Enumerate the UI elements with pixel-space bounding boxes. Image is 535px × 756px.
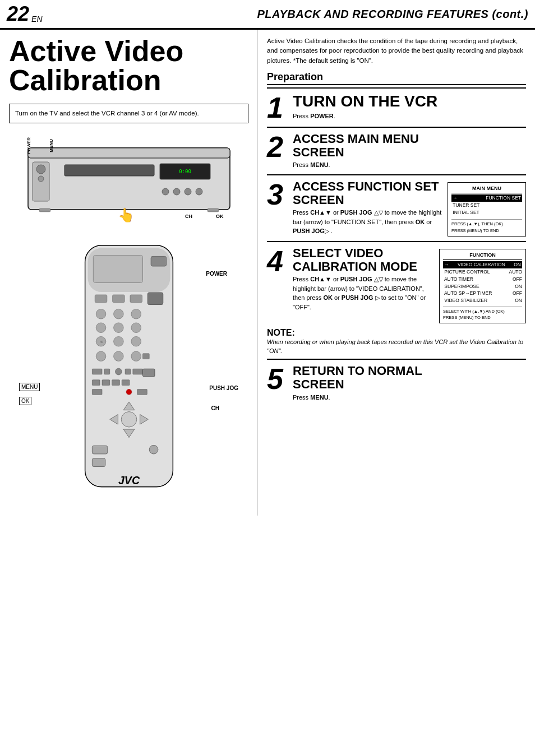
svg-rect-23	[95, 295, 107, 303]
svg-rect-26	[147, 293, 163, 305]
step-5-number: 5	[267, 364, 287, 393]
note-title: NOTE:	[267, 328, 526, 338]
svg-rect-25	[130, 295, 142, 303]
step-5-title-line2: SCREEN	[293, 378, 526, 391]
svg-point-30	[96, 323, 106, 333]
svg-point-35	[131, 337, 141, 347]
step-3-header	[267, 174, 526, 178]
menu-footer-4: SELECT WITH (▲,▼) AND (OK)PRESS (MENU) T…	[443, 307, 522, 321]
svg-point-37	[96, 351, 106, 361]
svg-rect-60	[92, 458, 105, 467]
menu-item-auto-timer: AUTO TIMEROFF	[443, 276, 522, 283]
step-3-menu: MAIN MENU FUNCTION SET TUNER SET INITIAL…	[448, 182, 526, 236]
section-title: Active Video Calibration	[9, 36, 248, 95]
svg-rect-51	[92, 389, 102, 395]
step-2-row: 2 ACCESS MAIN MENU SCREEN Press MENU.	[267, 132, 526, 170]
menu-title-4: FUNCTION	[443, 252, 522, 261]
menu-item-picture: PICTURE CONTROLAUTO	[443, 268, 522, 276]
ch-label: CH	[211, 405, 219, 411]
step-4: 4 FUNCTION VIDEO CALIBRATIONON PICTURE C…	[267, 241, 526, 324]
vcr-illustration: 0:00 POWER MENU 👆 CH OK	[9, 131, 248, 232]
step-3-row: 3 MAIN MENU FUNCTION SET TUNER SET INITI…	[267, 180, 526, 236]
push-jog-label: PUSH JOG	[209, 385, 238, 391]
svg-point-3	[36, 165, 45, 174]
svg-rect-24	[112, 295, 124, 303]
step-1: 1 TURN ON THE VCR Press POWER.	[267, 87, 526, 122]
svg-rect-49	[112, 380, 119, 386]
svg-point-58	[121, 412, 136, 427]
note-text: When recording or when playing back tape…	[267, 338, 526, 355]
svg-point-61	[149, 446, 158, 454]
svg-rect-45	[132, 369, 142, 374]
step-5-row: 5 RETURN TO NORMAL SCREEN Press MENU.	[267, 364, 526, 402]
step-2-content: ACCESS MAIN MENU SCREEN Press MENU.	[293, 132, 526, 170]
svg-rect-22	[93, 256, 142, 283]
svg-text:👆: 👆	[118, 207, 135, 223]
step-1-title: TURN ON THE VCR	[293, 93, 526, 110]
step-3-content: MAIN MENU FUNCTION SET TUNER SET INITIAL…	[293, 180, 526, 236]
svg-rect-48	[102, 380, 110, 386]
intro-text: Active Video Calibration checks the cond…	[267, 36, 526, 66]
svg-rect-41	[92, 369, 102, 374]
menu-item-function-set: FUNCTION SET	[451, 194, 522, 202]
menu-item-video-stab: VIDEO STABILIZERON	[443, 297, 522, 304]
svg-rect-47	[92, 380, 100, 386]
svg-point-11	[196, 188, 202, 195]
step-2-title-line2: SCREEN	[293, 146, 526, 159]
right-column: Active Video Calibration checks the cond…	[258, 30, 535, 516]
svg-point-10	[185, 188, 191, 195]
svg-text:CH: CH	[185, 214, 192, 219]
svg-rect-40	[142, 354, 149, 359]
menu-footer-3: PRESS (▲,▼), THEN (OK)PRESS (MENU) TO EN…	[451, 219, 522, 234]
svg-point-29	[131, 309, 141, 319]
step-1-header	[267, 87, 526, 91]
menu-item-auto-sp: AUTO SP→EP TIMEROFF	[443, 290, 522, 297]
svg-point-32	[131, 323, 141, 333]
svg-text:POWER: POWER	[26, 137, 31, 154]
menu-title-3: MAIN MENU	[451, 185, 522, 194]
step-4-content: FUNCTION VIDEO CALIBRATIONON PICTURE CON…	[293, 247, 526, 324]
svg-text:0:00: 0:00	[179, 169, 191, 174]
step-3-number: 3	[267, 180, 287, 209]
svg-rect-18	[207, 208, 219, 212]
main-content: Active Video Calibration Turn on the TV …	[0, 30, 535, 516]
step-2-header	[267, 127, 526, 130]
svg-point-34	[113, 337, 123, 347]
remote-svg: m	[39, 240, 219, 509]
svg-rect-44	[125, 369, 131, 374]
menu-item-superimpose: SUPERIMPOSEON	[443, 283, 522, 290]
page-header: 22 EN PLAYBACK AND RECORDING FEATURES (c…	[0, 0, 535, 30]
step-4-menu: FUNCTION VIDEO CALIBRATIONON PICTURE CON…	[439, 249, 526, 324]
note-section: NOTE: When recording or when playing bac…	[267, 328, 526, 355]
step-5-content: RETURN TO NORMAL SCREEN Press MENU.	[293, 364, 526, 402]
svg-point-9	[173, 188, 180, 195]
svg-point-27	[96, 309, 106, 319]
menu-item-initial-set: INITIAL SET	[451, 209, 522, 216]
step-1-content: TURN ON THE VCR Press POWER.	[293, 93, 526, 120]
step-5-title-line1: RETURN TO NORMAL	[293, 364, 526, 378]
svg-rect-5	[64, 165, 154, 176]
svg-rect-21	[151, 257, 166, 267]
step-4-row: 4 FUNCTION VIDEO CALIBRATIONON PICTURE C…	[267, 247, 526, 324]
power-label: POWER	[206, 271, 227, 277]
info-box: Turn on the TV and select the VCR channe…	[9, 104, 248, 123]
language-label: EN	[31, 15, 42, 24]
step-2-number: 2	[267, 132, 287, 161]
svg-rect-1	[28, 148, 230, 158]
left-column: Active Video Calibration Turn on the TV …	[0, 30, 258, 516]
svg-rect-46	[142, 369, 155, 377]
step-1-desc: Press POWER.	[293, 112, 526, 121]
svg-rect-53	[137, 389, 147, 395]
svg-point-38	[113, 351, 123, 361]
step-2-desc: Press MENU.	[293, 160, 526, 170]
svg-text:JVC: JVC	[118, 474, 140, 486]
step-2: 2 ACCESS MAIN MENU SCREEN Press MENU.	[267, 127, 526, 170]
preparation-heading: Preparation	[267, 71, 526, 85]
svg-text:m: m	[99, 339, 103, 344]
step-5-desc: Press MENU.	[293, 393, 526, 402]
step-1-row: 1 TURN ON THE VCR Press POWER.	[267, 93, 526, 122]
step-5: 5 RETURN TO NORMAL SCREEN Press MENU.	[267, 359, 526, 402]
svg-rect-42	[104, 369, 109, 374]
svg-point-52	[126, 389, 132, 395]
step-4-number: 4	[267, 247, 287, 276]
